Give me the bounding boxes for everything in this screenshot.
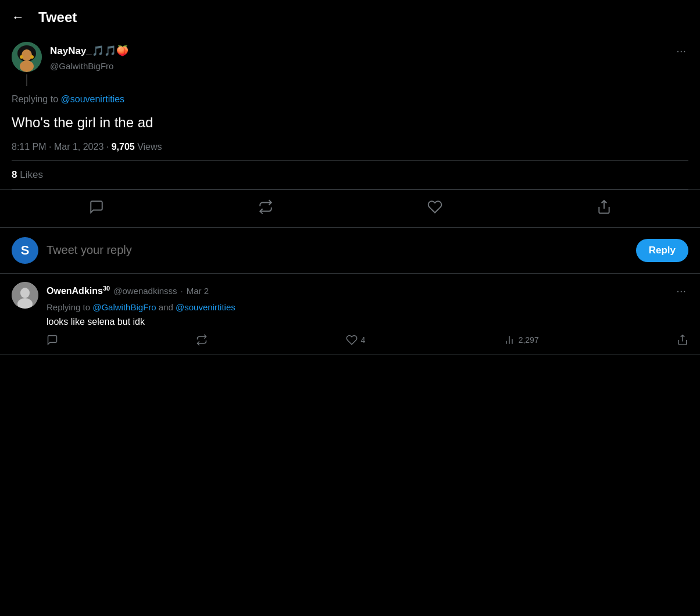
comment-avatar-image [12, 282, 38, 309]
comment-replying-to: Replying to @GalwithBigFro and @souvenir… [47, 302, 688, 312]
comment-retweet-button[interactable] [196, 334, 208, 346]
tweet-container: NayNay_🎵🎵🍑 ··· @GalwithBigFro [0, 35, 700, 86]
like-icon [427, 199, 442, 214]
share-action-button[interactable] [592, 195, 616, 219]
comment-author-name: OwenAdkins30 [47, 285, 110, 296]
tweet-author-row: NayNay_🎵🎵🍑 ··· @GalwithBigFro [12, 42, 688, 86]
replying-prefix: Replying to [12, 94, 58, 104]
author-avatar[interactable] [12, 42, 42, 72]
comment-views-count: 2,297 [519, 335, 539, 345]
comment-share-button[interactable] [677, 334, 688, 346]
svg-point-3 [20, 60, 34, 72]
comment-replying-prefix: Replying to [47, 302, 90, 312]
back-button[interactable]: ← [12, 10, 24, 25]
comment-header: OwenAdkins30 @owenadkinsss · Mar 2 ··· [47, 282, 688, 300]
comment-text: looks like selena but idk [47, 316, 688, 328]
author-info: NayNay_🎵🎵🍑 ··· @GalwithBigFro [50, 42, 688, 71]
likes-count: 8 [12, 169, 17, 180]
reply-user-avatar: S [12, 237, 38, 264]
reply-input-row: S Reply [0, 228, 700, 274]
comment-date: · [181, 286, 183, 296]
comment-item: OwenAdkins30 @owenadkinsss · Mar 2 ··· R… [0, 274, 700, 354]
replying-to: Replying to @souvenirtities [12, 94, 688, 105]
retweet-action-button[interactable] [253, 195, 278, 219]
reply-input-field[interactable] [47, 243, 628, 257]
likes-label: Likes [20, 169, 43, 180]
share-icon [597, 199, 612, 214]
retweet-icon [258, 199, 273, 214]
comment-views-icon [503, 334, 515, 346]
author-name: NayNay_🎵🎵🍑 [50, 45, 128, 57]
avatar-col [12, 42, 42, 86]
tweet-content: Who's the girl in the ad [0, 105, 700, 138]
replying-mention[interactable]: @souvenirtities [61, 94, 125, 104]
svg-point-8 [20, 288, 30, 298]
comment-like-count: 4 [361, 335, 366, 345]
svg-point-2 [22, 49, 32, 61]
comment-share-icon [677, 334, 688, 346]
likes-row: 8 Likes [0, 161, 700, 189]
tweet-timestamp: 8:11 PM · Mar 1, 2023 · [12, 142, 112, 152]
header-title: Tweet [38, 9, 77, 26]
actions-row [0, 189, 700, 228]
comment-author-info: OwenAdkins30 @owenadkinsss · Mar 2 [47, 285, 209, 296]
comment-replying-mention1[interactable]: @GalwithBigFro [92, 302, 156, 312]
like-action-button[interactable] [423, 195, 447, 219]
comment-retweet-icon [196, 334, 208, 346]
comment-like-icon [346, 334, 358, 346]
comment-actions: 4 2,297 [47, 334, 688, 346]
tweet-views-count: 9,705 [112, 142, 135, 152]
comment-user-svg [12, 282, 38, 309]
author-handle: @GalwithBigFro [50, 61, 688, 71]
header: ← Tweet [0, 0, 700, 35]
comment-reply-icon [47, 334, 58, 346]
more-options-button[interactable]: ··· [674, 42, 688, 60]
comment-body: OwenAdkins30 @owenadkinsss · Mar 2 ··· R… [47, 282, 688, 346]
comment-replying-and: and [159, 302, 173, 312]
comment-avatar [12, 282, 38, 309]
thread-line [26, 74, 27, 86]
comment-reply-button[interactable] [47, 334, 58, 346]
tweet-meta: 8:11 PM · Mar 1, 2023 · 9,705 Views [0, 138, 700, 160]
author-name-row: NayNay_🎵🎵🍑 ··· [50, 42, 688, 60]
svg-point-5 [30, 55, 34, 59]
reply-submit-button[interactable]: Reply [636, 239, 688, 262]
comment-icon [89, 199, 104, 214]
avatar-silhouette-svg [12, 42, 42, 72]
comment-author-sup: 30 [103, 285, 110, 292]
comment-replying-mention2[interactable]: @souvenirtities [176, 302, 235, 312]
comment-more-options[interactable]: ··· [674, 282, 688, 300]
comment-date-value: Mar 2 [187, 286, 209, 296]
comment-author-handle: @owenadkinsss [113, 286, 177, 296]
comment-views-button[interactable]: 2,297 [503, 334, 539, 346]
svg-point-4 [20, 55, 23, 59]
comment-like-button[interactable]: 4 [346, 334, 366, 346]
comment-action-button[interactable] [84, 195, 109, 219]
tweet-views-label: Views [137, 142, 162, 152]
